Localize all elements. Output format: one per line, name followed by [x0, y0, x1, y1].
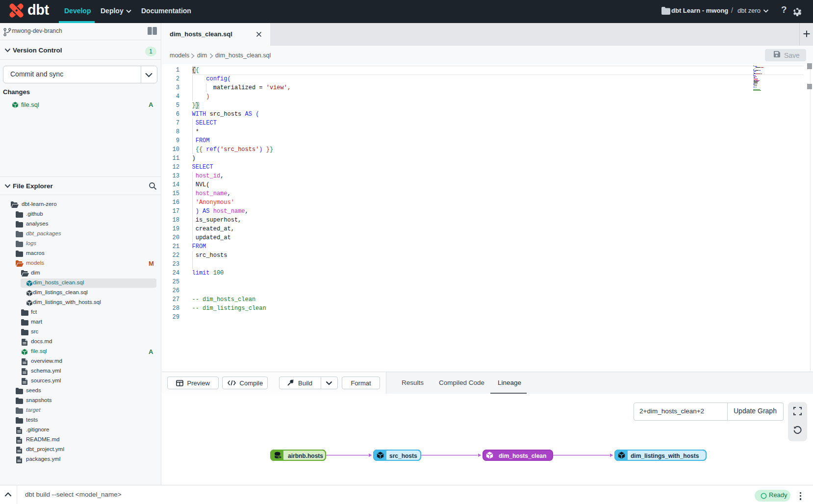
svg-text:dim_listings_with_hosts: dim_listings_with_hosts — [631, 453, 699, 459]
svg-text:airbnb.hosts: airbnb.hosts — [288, 453, 323, 459]
svg-text:dim_hosts_clean: dim_hosts_clean — [499, 453, 546, 459]
svg-text:src_hosts: src_hosts — [389, 453, 417, 459]
